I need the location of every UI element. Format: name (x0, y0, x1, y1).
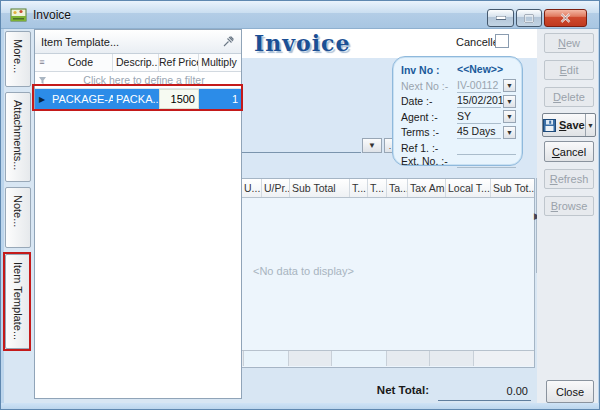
refresh-button: Refresh (544, 169, 594, 189)
delete-button: Delete (544, 87, 594, 107)
footer-cell (387, 351, 430, 366)
app-icon (10, 6, 27, 23)
invoice-items-grid: y U... U/Pr... Sub Total T... T... Ta...… (231, 178, 535, 368)
item-template-panel-header[interactable]: Item Template... (35, 30, 241, 54)
ref1-label: Ref 1. :- (401, 142, 457, 154)
inv-no-row: Inv No : <<New>> (401, 62, 516, 77)
inv-no-label: Inv No : (401, 64, 457, 76)
save-label: Save (559, 119, 585, 131)
net-total-label: Net Total: (361, 384, 429, 396)
net-total-underline (438, 400, 531, 401)
footer-cell (244, 351, 289, 366)
ext-no-value[interactable] (457, 154, 516, 168)
grid-col-tax[interactable]: Ta... (387, 179, 408, 197)
grid-col-t1[interactable]: T... (350, 179, 368, 197)
column-multiply[interactable]: Multiply (199, 54, 239, 71)
grid-col-local-total[interactable]: Local T... (446, 179, 491, 197)
invoice-window: Invoice More... Attachments... Note... I… (0, 0, 600, 410)
title-bar[interactable]: Invoice (1, 1, 600, 29)
grid-footer-row (232, 350, 534, 366)
annotation-box-item-template-tab (3, 252, 31, 351)
cancelled-checkbox[interactable] (495, 34, 509, 48)
inv-no-value: <<New>> (457, 63, 501, 77)
annotation-box-selected-row (32, 84, 243, 111)
date-dropdown-button[interactable]: ▼ (503, 95, 516, 108)
page-title: Invoice (254, 30, 351, 56)
close-window-button[interactable] (544, 9, 587, 27)
window-frame-left (1, 29, 4, 410)
browse-button: Browse (544, 196, 594, 216)
footer-cell (474, 351, 534, 366)
agent-dropdown-button[interactable]: ▼ (503, 110, 516, 123)
item-template-panel-title: Item Template... (41, 36, 222, 48)
maximize-button[interactable] (516, 9, 542, 27)
select-all-icon[interactable]: ≡ (35, 54, 49, 71)
agent-label: Agent :- (401, 111, 457, 123)
date-label: Date :- (401, 95, 457, 107)
grid-col-subtotal-tax[interactable]: Sub Tot... (491, 179, 534, 197)
terms-row: Terms :- 45 Days ▼ (401, 125, 516, 140)
cancel-button[interactable]: Cancel (544, 141, 594, 162)
date-row: Date :- 15/02/2016 ▼ (401, 94, 516, 109)
net-total-value: 0.00 (438, 385, 528, 397)
footer-cell (289, 351, 332, 366)
next-no-label: Next No :- (401, 80, 457, 92)
agent-row: Agent :- SY ▼ (401, 109, 516, 124)
grid-col-uom[interactable]: U... (242, 179, 262, 197)
footer-cell (430, 351, 474, 366)
column-ref-price[interactable]: Ref Price (159, 54, 199, 71)
grid-col-t2[interactable]: T... (368, 179, 387, 197)
footer-cell (332, 351, 387, 366)
next-no-value[interactable]: IV-00112 (457, 79, 501, 93)
grid-empty-message: <No data to display> (253, 265, 354, 277)
column-code[interactable]: Code (49, 54, 113, 71)
ext-no-label: Ext. No. :- (401, 155, 457, 167)
edit-button: Edit (544, 60, 594, 80)
grid-col-subtotal[interactable]: Sub Total (290, 179, 350, 197)
item-template-column-headers: ≡ Code Descrip... Ref Price Multiply (35, 54, 241, 72)
sidebar-tab-note[interactable]: Note... (5, 187, 31, 248)
minimize-button[interactable] (487, 9, 514, 27)
save-dropdown-arrow[interactable]: ▼ (585, 114, 595, 136)
new-button: New (544, 33, 594, 53)
next-no-row: Next No :- IV-00112 ▼ (401, 78, 516, 93)
column-description[interactable]: Descrip... (113, 54, 159, 71)
terms-value[interactable]: 45 Days (457, 125, 501, 139)
action-panel (537, 29, 598, 403)
agent-value[interactable]: SY (457, 110, 501, 124)
pin-icon[interactable] (222, 35, 235, 48)
invoice-info-panel: Inv No : <<New>> Next No :- IV-00112 ▼ D… (392, 56, 523, 166)
grid-header-row: y U... U/Pr... Sub Total T... T... Ta...… (232, 179, 534, 198)
window-frame-bottom (1, 403, 600, 410)
sidebar-tab-attachments[interactable]: Attachments... (5, 92, 31, 182)
date-value[interactable]: 15/02/2016 (457, 94, 501, 108)
floppy-icon (543, 119, 556, 132)
grid-col-uprice[interactable]: U/Pr... (262, 179, 290, 197)
grid-col-tax-amount[interactable]: Tax Am... (408, 179, 446, 197)
debtor-field-underline[interactable] (233, 152, 361, 153)
close-button[interactable]: Close (546, 380, 594, 403)
ext-no-row: Ext. No. :- (401, 153, 516, 168)
next-no-dropdown-button[interactable]: ▼ (503, 79, 516, 92)
sidebar-tab-more[interactable]: More... (5, 31, 31, 87)
window-title: Invoice (33, 8, 71, 22)
terms-dropdown-button[interactable]: ▼ (503, 126, 516, 139)
debtor-dropdown-button[interactable]: ▼ (362, 138, 382, 153)
save-button[interactable]: Save ▼ (542, 113, 596, 137)
terms-label: Terms :- (401, 126, 457, 138)
